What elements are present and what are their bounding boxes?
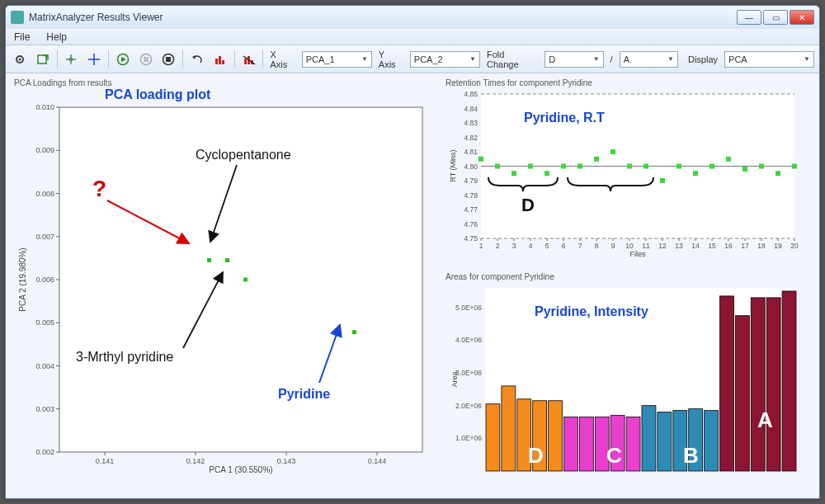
- undo-icon[interactable]: [188, 50, 206, 68]
- svg-rect-76: [561, 164, 566, 169]
- chevron-down-icon: ▼: [361, 55, 368, 63]
- svg-text:5.0E+06: 5.0E+06: [455, 304, 482, 312]
- svg-marker-11: [192, 55, 196, 59]
- svg-text:4.81: 4.81: [464, 148, 478, 156]
- foldchange-label: Fold Change: [485, 49, 540, 69]
- right-column: Retention Times for component Pyridine 4…: [446, 78, 811, 490]
- stop-icon[interactable]: [159, 50, 177, 68]
- svg-rect-140: [486, 404, 500, 471]
- area-letter-c: C: [606, 443, 622, 468]
- svg-text:0.006: 0.006: [35, 276, 54, 284]
- svg-text:4.77: 4.77: [464, 205, 478, 214]
- rt-brace-letter: D: [521, 195, 535, 215]
- svg-text:7: 7: [578, 242, 582, 250]
- svg-rect-51: [352, 330, 356, 334]
- area-letter-a: A: [757, 407, 773, 432]
- svg-rect-82: [660, 178, 665, 183]
- minimize-button[interactable]: —: [737, 10, 761, 25]
- bars-strike-icon[interactable]: [240, 50, 258, 68]
- pca-chart: PCA Loadings from results PCA loading pl…: [14, 78, 431, 490]
- app-window: MatrixAnalyzer Results Viewer — ▭ ✕ File…: [5, 5, 820, 499]
- fold-den-select[interactable]: A▼: [620, 51, 678, 68]
- svg-text:17: 17: [741, 242, 749, 250]
- svg-text:0.008: 0.008: [35, 190, 54, 198]
- close-button[interactable]: ✕: [790, 10, 814, 25]
- svg-rect-75: [544, 171, 549, 176]
- svg-rect-81: [644, 164, 648, 169]
- svg-text:0.007: 0.007: [35, 233, 54, 241]
- area-svg[interactable]: 1.0E+062.0E+063.0E+064.0E+065.0E+06 Area…: [446, 283, 800, 481]
- svg-rect-141: [502, 386, 516, 471]
- svg-text:4.79: 4.79: [464, 177, 478, 185]
- export-icon[interactable]: [34, 50, 52, 68]
- svg-rect-149: [626, 417, 640, 471]
- svg-rect-145: [564, 417, 578, 471]
- crosshair-icon[interactable]: [85, 50, 103, 68]
- display-label: Display: [686, 54, 719, 64]
- svg-rect-7: [144, 57, 145, 62]
- yaxis-select[interactable]: PCA_2▼: [410, 51, 480, 68]
- svg-text:4.84: 4.84: [464, 105, 478, 113]
- svg-text:4.82: 4.82: [464, 134, 478, 142]
- pause-icon[interactable]: [137, 50, 155, 68]
- chevron-down-icon: ▼: [667, 55, 674, 63]
- chevron-down-icon: ▼: [593, 55, 600, 63]
- svg-rect-157: [751, 298, 765, 471]
- reset-axes-icon[interactable]: [62, 50, 80, 68]
- menubar: File Help: [6, 29, 819, 45]
- svg-text:18: 18: [757, 242, 766, 250]
- menu-file[interactable]: File: [11, 30, 33, 45]
- xaxis-select[interactable]: PCA_1▼: [302, 51, 372, 68]
- svg-text:0.010: 0.010: [35, 103, 54, 111]
- svg-text:0.002: 0.002: [35, 448, 54, 456]
- settings-icon[interactable]: [11, 50, 29, 68]
- fold-num-select[interactable]: D▼: [544, 51, 603, 68]
- svg-rect-48: [207, 258, 211, 262]
- pca-question-mark: ?: [92, 176, 106, 201]
- svg-text:PCA 1 (30.550%): PCA 1 (30.550%): [209, 465, 272, 474]
- svg-marker-5: [121, 57, 126, 62]
- svg-rect-80: [627, 164, 632, 169]
- play-icon[interactable]: [114, 50, 132, 68]
- pca-svg[interactable]: PCA loading plot 0.0020.0030.0040.0050.0…: [14, 89, 431, 477]
- app-icon: [11, 11, 24, 24]
- xaxis-label: X Axis: [268, 49, 296, 69]
- toolbar: X Axis PCA_1▼ Y Axis PCA_2▼ Fold Change …: [6, 45, 819, 73]
- svg-text:3: 3: [512, 242, 516, 250]
- svg-text:11: 11: [642, 242, 650, 250]
- svg-text:4.76: 4.76: [464, 220, 478, 228]
- svg-rect-154: [705, 411, 719, 471]
- svg-rect-88: [759, 164, 764, 169]
- area-letter-d: D: [528, 443, 544, 468]
- svg-rect-78: [594, 157, 599, 162]
- svg-rect-156: [735, 316, 749, 471]
- yaxis-label: Y Axis: [377, 49, 405, 69]
- content-area: PCA Loadings from results PCA loading pl…: [6, 73, 819, 498]
- titlebar: MatrixAnalyzer Results Viewer — ▭ ✕: [6, 6, 819, 29]
- svg-text:4: 4: [529, 242, 533, 250]
- area-letter-b: B: [683, 443, 699, 468]
- svg-text:14: 14: [691, 242, 700, 250]
- svg-text:0.005: 0.005: [35, 318, 54, 327]
- svg-text:0.144: 0.144: [368, 457, 387, 465]
- rt-svg[interactable]: 4.754.764.774.784.794.804.814.824.834.84…: [446, 89, 800, 261]
- svg-text:RT (Mins): RT (Mins): [449, 149, 457, 181]
- svg-rect-159: [782, 291, 796, 471]
- svg-rect-71: [478, 157, 483, 162]
- window-title: MatrixAnalyzer Results Viewer: [29, 12, 163, 23]
- svg-text:4.78: 4.78: [464, 191, 478, 200]
- maximize-button[interactable]: ▭: [763, 10, 788, 25]
- svg-text:9: 9: [611, 242, 615, 250]
- svg-text:1: 1: [479, 242, 483, 250]
- svg-rect-158: [766, 298, 780, 471]
- svg-text:Files: Files: [629, 250, 646, 258]
- bars-red-icon[interactable]: [211, 50, 229, 68]
- svg-rect-150: [642, 406, 656, 471]
- svg-point-6: [140, 54, 151, 64]
- svg-rect-49: [225, 258, 229, 262]
- display-select[interactable]: PCA▼: [724, 51, 814, 68]
- pca-title: PCA Loadings from results: [14, 78, 431, 87]
- svg-rect-146: [579, 417, 593, 471]
- menu-help[interactable]: Help: [43, 30, 70, 45]
- chevron-down-icon: ▼: [804, 55, 810, 63]
